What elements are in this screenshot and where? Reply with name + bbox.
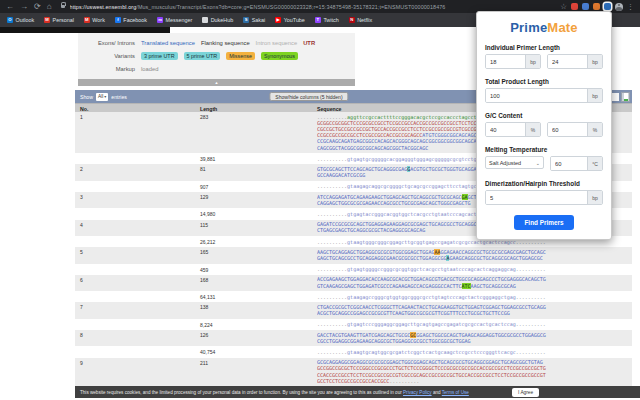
entries-select[interactable]: All ▾ — [96, 93, 108, 101]
bookmark-favicon: f — [115, 17, 121, 23]
bookmark-favicon: N — [349, 17, 355, 23]
exon-row: 6168ACCGAGAAGCTGGAGGACACCAAGCGCACGCTGGAC… — [75, 275, 632, 292]
home-icon[interactable]: ⌂ — [47, 2, 52, 12]
bookmark-item[interactable]: TTwitch — [315, 17, 339, 23]
total-product-length-label: Total Product Length — [485, 78, 603, 85]
cell-length: 14,980 — [200, 209, 317, 219]
cell-no: 4 — [75, 220, 200, 236]
bookmark-label: Work — [92, 17, 104, 23]
refresh-icon[interactable]: ⟳ — [34, 2, 41, 12]
dimerization-threshold-input[interactable] — [486, 191, 587, 204]
cell-no — [75, 209, 200, 219]
percent-unit-label: % — [525, 123, 540, 136]
config-row: Variants3 prime UTR5 prime UTRMissenseSy… — [78, 49, 355, 62]
extension-icon-orange[interactable] — [593, 3, 600, 10]
bookmark-label: Personal — [53, 17, 74, 23]
sequence-option-link[interactable]: Translated sequence — [141, 40, 195, 46]
primer-max-input[interactable] — [548, 55, 587, 68]
cell-sequence: GCGCAGGAGGCGGAGGCGCGCGCGGAGCTGGCGGAGCAGC… — [317, 358, 632, 387]
melting-temperature-input[interactable] — [551, 157, 587, 170]
cell-no: 5 — [75, 247, 200, 263]
cell-sequence: AAGCTGCAGGAGCTGGAGGCGCGCGTGGCGGAGCTGGAGA… — [317, 247, 632, 263]
back-icon[interactable]: ← — [6, 2, 14, 12]
variant-badge[interactable]: 5 prime UTR — [184, 52, 221, 60]
caret-down-icon: ▾ — [104, 94, 106, 99]
config-row-items: loaded — [141, 66, 158, 72]
config-collapse-bar[interactable]: ▲ — [78, 79, 355, 86]
gc-content-label: G/C Content — [485, 112, 603, 119]
cell-length: 126 — [200, 330, 317, 346]
cell-no — [75, 237, 200, 247]
cell-length: 8,224 — [200, 320, 317, 330]
bookmark-item[interactable]: MPersonal — [44, 17, 74, 23]
total-product-length-input[interactable] — [486, 89, 587, 102]
bookmark-item[interactable]: SSakai — [243, 17, 265, 23]
bookmark-item[interactable]: fFacebook — [115, 17, 147, 23]
cell-no: 9 — [75, 358, 200, 387]
column-header-sequence: Sequence — [317, 106, 342, 112]
cell-length: 129 — [200, 192, 317, 208]
chevron-down-icon: ⌄ — [536, 160, 540, 166]
variant-badge[interactable]: Missense — [226, 52, 255, 60]
terms-of-use-link[interactable]: Terms of Use — [442, 390, 469, 395]
primer-min-input[interactable] — [486, 55, 525, 68]
avatar[interactable] — [615, 3, 623, 11]
variant-badge[interactable]: Synonymous — [261, 52, 298, 60]
bp-unit-label: bp — [587, 55, 602, 68]
find-primers-button[interactable]: Find Primers — [514, 215, 573, 230]
forward-icon[interactable]: → — [20, 2, 28, 12]
url-bar[interactable]: https://uswest.ensembl.org/Mus_musculus/… — [70, 4, 556, 10]
url-path: /Mus_musculus/Transcript/Exons?db=core;g… — [136, 4, 445, 10]
exon-row: 5165AAGCTGCAGGAGCTGGAGGCGCGCGTGGCGGAGCTG… — [75, 247, 632, 264]
bookmark-item[interactable]: mMessenger — [157, 17, 192, 23]
cookie-banner: This website requires cookies, and the l… — [75, 386, 640, 398]
gc-min-input[interactable] — [486, 123, 525, 136]
cell-sequence: ..........gtgagtcccgggaggcggagcttgcagtga… — [317, 320, 632, 330]
extension-icon-primemate[interactable] — [604, 3, 611, 10]
bookmark-item[interactable]: MWork — [84, 17, 105, 23]
download-icon — [624, 93, 628, 101]
bookmark-star-icon[interactable]: ☆ — [560, 2, 567, 11]
variant-badge[interactable]: 3 prime UTR — [141, 52, 178, 60]
markup-status: loaded — [141, 66, 158, 72]
intron-row: 64,131..........gtaagagccgggcgtggtggcggg… — [75, 292, 632, 302]
cell-no: 3 — [75, 192, 200, 208]
cell-length: 283 — [200, 112, 317, 153]
bookmark-favicon: M — [84, 17, 90, 23]
bookmark-label: DukeHub — [211, 17, 233, 23]
melting-method-select[interactable]: Salt Adjusted ⌄ — [485, 156, 544, 169]
extension-icon-red[interactable] — [571, 3, 578, 10]
cell-sequence: ..........gtaagtgcagtggcgcgatctcggctcact… — [317, 347, 632, 357]
celsius-unit-label: °C — [587, 157, 602, 170]
bookmark-label: Messenger — [166, 17, 193, 23]
cell-no: 7 — [75, 302, 200, 318]
cell-no — [75, 154, 200, 164]
bookmark-item[interactable]: OOutlook — [7, 17, 34, 23]
sequence-option-link[interactable]: Flanking sequence — [201, 40, 250, 46]
sequence-option-link[interactable]: UTR — [303, 40, 315, 46]
gc-max-input[interactable] — [548, 123, 587, 136]
cell-length: 26,212 — [200, 237, 317, 247]
config-row: Markuploaded — [78, 62, 355, 75]
export-button[interactable] — [621, 92, 630, 102]
cell-no: 8 — [75, 330, 200, 346]
bookmark-favicon: O — [7, 17, 13, 23]
extension-icon-blue[interactable] — [582, 3, 589, 10]
bookmark-favicon: S — [243, 17, 249, 23]
sequence-option-link[interactable]: Intron sequence — [256, 40, 298, 46]
bp-unit-label: bp — [525, 55, 540, 68]
privacy-policy-link[interactable]: Privacy Policy — [403, 390, 432, 395]
menu-icon[interactable]: ⋮ — [627, 3, 634, 11]
agree-button[interactable]: I Agree — [512, 388, 539, 397]
bookmark-item[interactable]: ▶YouTube — [275, 17, 305, 23]
primemate-logo: PrimeMate — [485, 20, 603, 35]
screen: ←→⟳⌂ https://uswest.ensembl.org/Mus_musc… — [0, 0, 640, 400]
bookmark-item[interactable]: DukeHub — [202, 17, 233, 23]
individual-primer-length-label: Individual Primer Length — [485, 44, 603, 51]
show-label: Show — [80, 94, 93, 100]
bookmark-item[interactable]: NNetflix — [349, 17, 372, 23]
cell-sequence: ..........gtgagtggggccgggcgcggtggctcacgc… — [317, 265, 632, 275]
show-hide-columns-button[interactable]: Show/hide columns (5 hidden) — [269, 92, 348, 101]
bookmark-favicon: M — [44, 17, 50, 23]
bookmark-label: Outlook — [16, 17, 35, 23]
